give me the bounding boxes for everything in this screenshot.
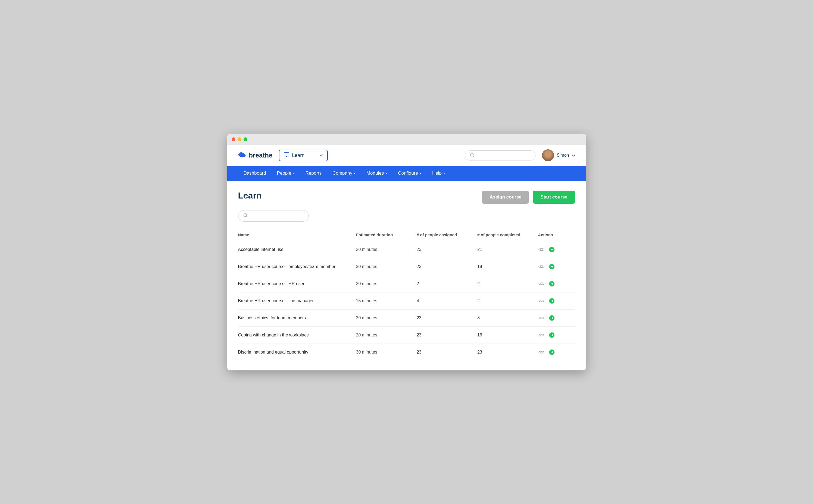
row-actions bbox=[538, 258, 575, 275]
row-completed: 2 bbox=[477, 275, 538, 292]
action-icon[interactable] bbox=[548, 349, 555, 356]
nav-people[interactable]: People ▾ bbox=[272, 166, 300, 181]
table-row: Coping with change in the workplace 20 m… bbox=[238, 327, 575, 344]
nav-help-label: Help bbox=[432, 171, 442, 176]
col-header-duration: Estimated duration bbox=[356, 229, 417, 241]
action-icon[interactable] bbox=[548, 246, 555, 253]
browser-window: breathe Learn bbox=[227, 134, 586, 370]
app-header: breathe Learn bbox=[227, 145, 586, 166]
table-row: Discrimination and equal opportunity 30 … bbox=[238, 344, 575, 361]
action-icon[interactable] bbox=[548, 280, 555, 287]
global-search-input[interactable] bbox=[476, 153, 530, 158]
learn-selector-label: Learn bbox=[292, 153, 305, 158]
nav-dashboard-label: Dashboard bbox=[244, 171, 266, 176]
view-icon[interactable] bbox=[538, 314, 545, 322]
row-name: Breathe HR user course - line manager bbox=[238, 292, 356, 310]
action-icon[interactable] bbox=[548, 263, 555, 270]
nav-company-label: Company bbox=[332, 171, 352, 176]
row-assigned: 23 bbox=[417, 327, 477, 344]
maximize-dot[interactable] bbox=[244, 137, 247, 141]
learn-selector[interactable]: Learn bbox=[279, 150, 328, 161]
row-name: Acceptable internet use bbox=[238, 241, 356, 258]
row-duration: 20 minutes bbox=[356, 327, 417, 344]
row-actions bbox=[538, 241, 575, 258]
table-row: Business ethics: for team members 30 min… bbox=[238, 310, 575, 327]
action-icon[interactable] bbox=[548, 332, 555, 339]
svg-point-3 bbox=[541, 249, 542, 250]
nav-help[interactable]: Help ▾ bbox=[427, 166, 450, 181]
row-duration: 20 minutes bbox=[356, 241, 417, 258]
nav-people-label: People bbox=[277, 171, 291, 176]
svg-rect-0 bbox=[284, 153, 289, 156]
row-actions bbox=[538, 344, 575, 361]
nav-modules-label: Modules bbox=[366, 171, 384, 176]
view-icon[interactable] bbox=[538, 263, 545, 270]
view-icon[interactable] bbox=[538, 349, 545, 356]
table-row: Breathe HR user course - line manager 15… bbox=[238, 292, 575, 310]
view-icon[interactable] bbox=[538, 280, 545, 287]
svg-point-13 bbox=[541, 334, 542, 336]
title-bar bbox=[227, 134, 586, 145]
view-icon[interactable] bbox=[538, 246, 545, 253]
assign-course-button[interactable]: Assign course bbox=[482, 191, 529, 204]
row-duration: 30 minutes bbox=[356, 258, 417, 275]
row-actions bbox=[538, 310, 575, 327]
monitor-icon bbox=[284, 152, 289, 159]
cloud-icon bbox=[238, 151, 247, 160]
minimize-dot[interactable] bbox=[238, 137, 242, 141]
header-actions: Assign course Start course bbox=[482, 191, 575, 204]
svg-point-15 bbox=[541, 351, 542, 353]
col-header-name: Name bbox=[238, 229, 356, 241]
row-completed: 2 bbox=[477, 292, 538, 310]
table-row: Breathe HR user course - employee/team m… bbox=[238, 258, 575, 275]
row-duration: 30 minutes bbox=[356, 344, 417, 361]
row-assigned: 23 bbox=[417, 241, 477, 258]
row-name: Coping with change in the workplace bbox=[238, 327, 356, 344]
nav-people-caret: ▾ bbox=[293, 171, 295, 175]
start-course-button[interactable]: Start course bbox=[533, 191, 575, 204]
col-header-actions: Actions bbox=[538, 229, 575, 241]
col-header-completed: # of people completed bbox=[477, 229, 538, 241]
row-duration: 15 minutes bbox=[356, 292, 417, 310]
nav-reports[interactable]: Reports bbox=[300, 166, 327, 181]
svg-point-7 bbox=[541, 283, 542, 285]
nav-bar: Dashboard People ▾ Reports Company ▾ Mod… bbox=[227, 166, 586, 181]
row-assigned: 23 bbox=[417, 344, 477, 361]
action-icon[interactable] bbox=[548, 314, 555, 322]
chevron-down-icon bbox=[320, 153, 323, 157]
nav-company[interactable]: Company ▾ bbox=[327, 166, 361, 181]
row-duration: 30 minutes bbox=[356, 275, 417, 292]
row-assigned: 2 bbox=[417, 275, 477, 292]
row-duration: 30 minutes bbox=[356, 310, 417, 327]
logo: breathe bbox=[238, 151, 273, 160]
course-search-input[interactable] bbox=[250, 214, 304, 218]
row-actions bbox=[538, 292, 575, 310]
course-search[interactable] bbox=[238, 210, 309, 222]
view-icon[interactable] bbox=[538, 297, 545, 304]
row-completed: 23 bbox=[477, 344, 538, 361]
row-name: Breathe HR user course - employee/team m… bbox=[238, 258, 356, 275]
view-icon[interactable] bbox=[538, 332, 545, 339]
row-completed: 19 bbox=[477, 258, 538, 275]
col-header-assigned: # of people assigned bbox=[417, 229, 477, 241]
nav-reports-label: Reports bbox=[306, 171, 322, 176]
nav-dashboard[interactable]: Dashboard bbox=[238, 166, 272, 181]
global-search[interactable] bbox=[465, 150, 535, 160]
action-icon[interactable] bbox=[548, 297, 555, 304]
nav-modules[interactable]: Modules ▾ bbox=[361, 166, 393, 181]
row-actions bbox=[538, 327, 575, 344]
user-menu[interactable]: Simon bbox=[542, 149, 575, 161]
row-assigned: 23 bbox=[417, 310, 477, 327]
row-completed: 21 bbox=[477, 241, 538, 258]
content-header: Learn Assign course Start course bbox=[238, 191, 575, 204]
nav-company-caret: ▾ bbox=[354, 171, 356, 175]
table-row: Breathe HR user course - HR user 30 minu… bbox=[238, 275, 575, 292]
nav-modules-caret: ▾ bbox=[385, 171, 387, 175]
table-row: Acceptable internet use 20 minutes 23 21 bbox=[238, 241, 575, 258]
main-content: Learn Assign course Start course Name bbox=[227, 181, 586, 370]
logo-text: breathe bbox=[249, 152, 273, 159]
nav-configure[interactable]: Configure ▾ bbox=[393, 166, 427, 181]
row-completed: 16 bbox=[477, 327, 538, 344]
row-assigned: 4 bbox=[417, 292, 477, 310]
close-dot[interactable] bbox=[232, 137, 236, 141]
